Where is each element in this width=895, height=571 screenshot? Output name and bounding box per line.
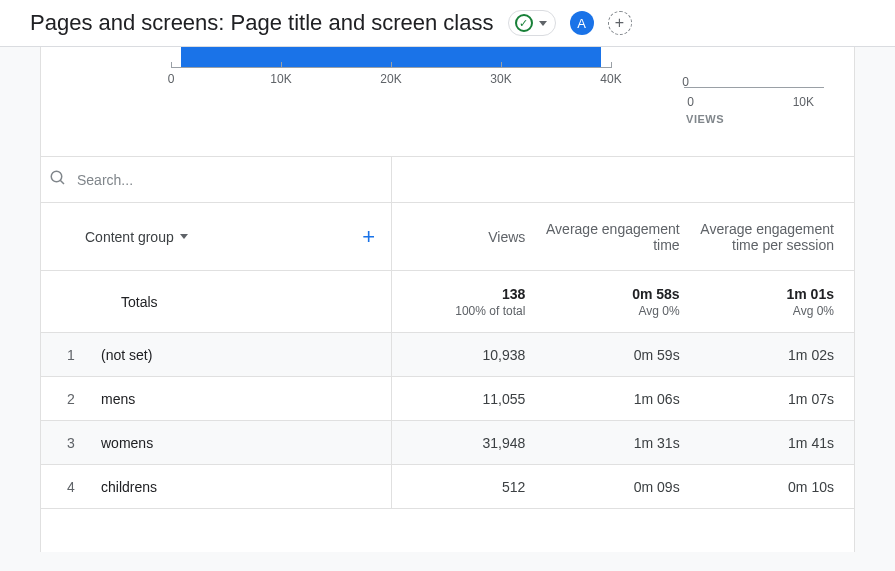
table-row[interactable]: 2mens11,0551m 06s1m 07s [41, 377, 854, 421]
totals-sub: 100% of total [391, 304, 525, 318]
totals-value: 1m 01s [700, 286, 834, 302]
row-index: 1 [41, 347, 101, 363]
chart-area: 0 10K 20K 30K 40K 0 0 10K VIEWS [41, 47, 854, 157]
mini-axis-title: VIEWS [686, 113, 724, 125]
cell: 1m 41s [700, 435, 854, 451]
row-label: mens [101, 391, 391, 407]
dimension-label: Content group [85, 229, 174, 245]
cell: 0m 59s [545, 347, 699, 363]
totals-label: Totals [41, 294, 391, 310]
chevron-down-icon [539, 21, 547, 26]
table-header-row: Content group + Views Average engagement… [41, 203, 854, 271]
cell: 512 [391, 479, 545, 495]
row-index: 4 [41, 479, 101, 495]
page-title: Pages and screens: Page title and screen… [30, 10, 494, 36]
x-tick: 0 [168, 72, 175, 86]
svg-line-1 [60, 180, 64, 184]
cell: 1m 31s [545, 435, 699, 451]
totals-row: Totals 138 100% of total 0m 58s Avg 0% 1… [41, 271, 854, 333]
totals-sub: Avg 0% [545, 304, 679, 318]
totals-sub: Avg 0% [700, 304, 834, 318]
data-table: Content group + Views Average engagement… [41, 203, 854, 509]
search-input[interactable] [75, 171, 854, 189]
row-index: 3 [41, 435, 101, 451]
cell: 1m 06s [545, 391, 699, 407]
row-label: (not set) [101, 347, 391, 363]
segment-avatar[interactable]: A [570, 11, 594, 35]
cell: 10,938 [391, 347, 545, 363]
table-row[interactable]: 1(not set)10,9380m 59s1m 02s [41, 333, 854, 377]
row-index: 2 [41, 391, 101, 407]
status-dropdown[interactable]: ✓ [508, 10, 556, 36]
x-tick: 30K [490, 72, 511, 86]
search-row [41, 157, 854, 203]
metric-header[interactable]: Views [391, 219, 545, 255]
table-row[interactable]: 3womens31,9481m 31s1m 41s [41, 421, 854, 465]
x-tick: 40K [600, 72, 621, 86]
metric-header[interactable]: Average engagement time per session [700, 211, 854, 263]
cell: 1m 07s [700, 391, 854, 407]
row-label: childrens [101, 479, 391, 495]
dimension-selector[interactable]: Content group [85, 229, 188, 245]
x-axis: 0 10K 20K 30K 40K [171, 67, 611, 68]
metric-header[interactable]: Average engagement time [545, 211, 699, 263]
mini-x-tick: 10K [793, 95, 814, 109]
totals-value: 138 [391, 286, 525, 302]
row-label: womens [101, 435, 391, 451]
totals-value: 0m 58s [545, 286, 679, 302]
check-circle-icon: ✓ [515, 14, 533, 32]
report-panel: 0 10K 20K 30K 40K 0 0 10K VIEWS Content … [40, 47, 855, 552]
cell: 11,055 [391, 391, 545, 407]
x-tick: 10K [270, 72, 291, 86]
cell: 0m 09s [545, 479, 699, 495]
x-tick: 20K [380, 72, 401, 86]
search-icon [45, 169, 75, 190]
table-row[interactable]: 4childrens5120m 09s0m 10s [41, 465, 854, 509]
add-comparison-button[interactable]: + [608, 11, 632, 35]
chevron-down-icon [180, 234, 188, 239]
mini-x-tick: 0 [687, 95, 694, 109]
svg-point-0 [51, 171, 62, 182]
cell: 31,948 [391, 435, 545, 451]
cell: 0m 10s [700, 479, 854, 495]
add-dimension-button[interactable]: + [362, 224, 375, 250]
cell: 1m 02s [700, 347, 854, 363]
header-bar: Pages and screens: Page title and screen… [0, 0, 895, 47]
